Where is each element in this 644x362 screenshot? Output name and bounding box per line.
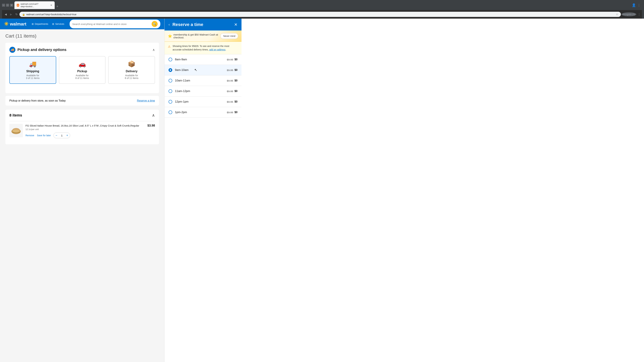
browser-chrome: ─ □ ✕ W walmart.com/cart?step=booksI... …	[0, 0, 644, 18]
promo-banner: ⭐ membership & get $50 Walmart Cash at c…	[164, 30, 242, 42]
remove-button[interactable]: Remove	[26, 134, 34, 137]
product-info: FG Sliced Italian House Bread, 16.8oz,16…	[26, 124, 145, 138]
spark-icon: ✳	[4, 21, 8, 27]
panel-close-button[interactable]: ✕	[234, 22, 238, 27]
address-bar[interactable]: 🔒 ☆	[20, 12, 621, 17]
reserve-banner-text: Pickup or delivery from store, as soon a…	[10, 99, 66, 102]
shipping-option-card[interactable]: 🚚 Shipping Available for 3 of 11 Items	[10, 56, 56, 84]
reserve-a-time-link[interactable]: Reserve a time	[137, 99, 155, 102]
product-unit-price: 12.1c/per unit	[26, 128, 145, 131]
radio-12pm-1pm[interactable]	[168, 100, 172, 104]
slot-final-price-10am-11am: $0	[234, 79, 238, 82]
warning-icon: ⚠	[168, 45, 170, 48]
items-header: 8 items ∧	[10, 113, 155, 118]
tab-title: walmart.com/cart?step=booksI...	[20, 3, 49, 8]
search-input[interactable]	[72, 23, 150, 25]
maximize-button[interactable]: □	[6, 4, 9, 7]
walmart-logo[interactable]: ✳ walmart	[4, 21, 26, 27]
radio-1pm-2pm[interactable]	[168, 110, 172, 114]
cart-title: Cart (11 items)	[5, 33, 159, 39]
walmart-plus-icon: ⭐	[168, 34, 172, 38]
services-label: Services	[55, 23, 64, 25]
slot-time-11am-12pm: 11am-12pm	[175, 89, 227, 93]
tabs-bar: W walmart.com/cart?step=booksI... ✕ +	[14, 1, 60, 9]
section-icon: 🚚	[10, 47, 16, 53]
reserve-time-banner: Pickup or delivery from store, as soon a…	[5, 96, 159, 106]
panel-title: Reserve a time	[172, 22, 232, 27]
back-button[interactable]: ◀	[3, 12, 8, 17]
truck-icon: 🚚	[10, 48, 14, 52]
time-slot-1pm-2pm[interactable]: 1pm-2pm $9.95 $0	[164, 107, 242, 118]
radio-9am-10am[interactable]	[168, 68, 172, 72]
warning-text: Showing times for 95829. To see and rese…	[172, 44, 238, 51]
active-tab[interactable]: W walmart.com/cart?step=booksI... ✕	[14, 1, 55, 9]
reserve-panel-header: ‹ Reserve a time ✕	[164, 18, 242, 30]
slot-time-10am-11am: 10am-11am	[175, 79, 227, 82]
departments-label: Departments	[35, 23, 48, 25]
address-bar-icons: ☆	[616, 13, 618, 16]
main-wrapper: ✳ walmart ⊞ Departments ⊞ Services 🔍	[0, 18, 644, 362]
panel-back-button[interactable]: ‹	[168, 22, 170, 27]
departments-nav-item[interactable]: ⊞ Departments	[32, 23, 48, 25]
slot-time-9am-10am: 9am-10am	[175, 68, 227, 72]
quantity-increase-button[interactable]: +	[64, 133, 70, 138]
slot-original-price-11am-12pm: $9.95	[227, 90, 233, 93]
slot-original-price-1pm-2pm: $9.95	[227, 111, 233, 114]
time-slot-12pm-1pm[interactable]: 12pm-1pm $9.95 $0	[164, 96, 242, 107]
slot-time-1pm-2pm: 1pm-2pm	[175, 111, 227, 114]
time-slot-9am-10am[interactable]: 9am-10am $9.95 $0	[164, 65, 242, 75]
slot-prices-10am-11am: $9.95 $0	[227, 79, 238, 82]
shipping-card-subtitle: Available for 3 of 11 Items	[12, 74, 53, 79]
pickup-card-icon: 🚗	[62, 60, 103, 67]
option-cards: 🚚 Shipping Available for 3 of 11 Items 🚗…	[10, 56, 155, 84]
items-section: 8 items ∧ FG Slice	[5, 110, 159, 144]
radio-10am-11am[interactable]	[168, 79, 172, 82]
items-chevron-icon[interactable]: ∧	[152, 113, 155, 118]
shipping-detail-text: 3 of 11 Items	[26, 77, 40, 79]
slot-time-8am-9am: 8am-9am	[175, 58, 227, 61]
quantity-value: 1	[59, 134, 64, 137]
walmart-header: ✳ walmart ⊞ Departments ⊞ Services 🔍	[0, 18, 164, 29]
close-window-button[interactable]: ✕	[10, 4, 13, 7]
tab-close-button[interactable]: ✕	[50, 4, 52, 6]
pickup-card-title: Pickup	[62, 69, 103, 73]
walmart-wordmark: walmart	[10, 21, 26, 27]
header-nav: ⊞ Departments ⊞ Services	[32, 23, 64, 25]
shipping-card-title: Shipping	[12, 69, 53, 73]
profile-pic-icon[interactable]: Incognito (3)	[622, 12, 636, 16]
promo-text: membership & get $50 Walmart Cash at che…	[174, 33, 218, 39]
slot-prices-8am-9am: $9.95 $0	[227, 58, 238, 61]
slot-prices-1pm-2pm: $9.95 $0	[227, 111, 238, 114]
header-search[interactable]: 🔍	[70, 19, 160, 28]
reload-button[interactable]: ↻	[14, 12, 19, 17]
add-address-link[interactable]: add an address	[209, 48, 226, 51]
reserve-panel: ‹ Reserve a time ✕ ⭐ membership & get $5…	[164, 18, 242, 362]
time-slot-11am-12pm[interactable]: 11am-12pm $9.95 $0	[164, 86, 242, 96]
extensions-btn[interactable]: ⋮	[638, 12, 641, 16]
time-slot-10am-11am[interactable]: 10am-11am $9.95 $0	[164, 75, 242, 86]
forward-button[interactable]: ▶	[9, 12, 14, 17]
profile-icon[interactable]: 👤	[632, 3, 636, 7]
never-mind-button[interactable]: Never mind	[220, 33, 238, 39]
pickup-option-card[interactable]: 🚗 Pickup Available for 8 of 11 Items	[59, 56, 106, 84]
radio-11am-12pm[interactable]	[168, 89, 172, 93]
services-nav-item[interactable]: ⊞ Services	[52, 23, 64, 25]
extensions-icon[interactable]: ⋮	[637, 3, 641, 7]
bookmark-icon[interactable]: ☆	[616, 13, 618, 16]
search-button[interactable]: 🔍	[152, 21, 158, 27]
url-input[interactable]	[26, 13, 614, 16]
slot-time-12pm-1pm: 12pm-1pm	[175, 100, 227, 103]
quantity-decrease-button[interactable]: −	[54, 133, 59, 138]
pickup-subtitle-text: Available for	[76, 74, 89, 77]
section-chevron-icon[interactable]: ∧	[152, 48, 155, 52]
lock-icon: 🔒	[22, 13, 25, 16]
new-tab-button[interactable]: +	[55, 4, 60, 9]
minimize-button[interactable]: ─	[2, 4, 5, 7]
delivery-option-card[interactable]: 📦 Delivery Available for 8 of 11 Items	[108, 56, 155, 84]
delivery-subtitle-text: Available for	[125, 74, 138, 77]
save-for-later-button[interactable]: Save for later	[37, 134, 51, 137]
time-slot-8am-9am[interactable]: 8am-9am $9.95 $0	[164, 54, 242, 65]
slot-prices-12pm-1pm: $9.95 $0	[227, 100, 238, 103]
warning-suffix: .	[226, 48, 226, 51]
radio-8am-9am[interactable]	[168, 58, 172, 61]
